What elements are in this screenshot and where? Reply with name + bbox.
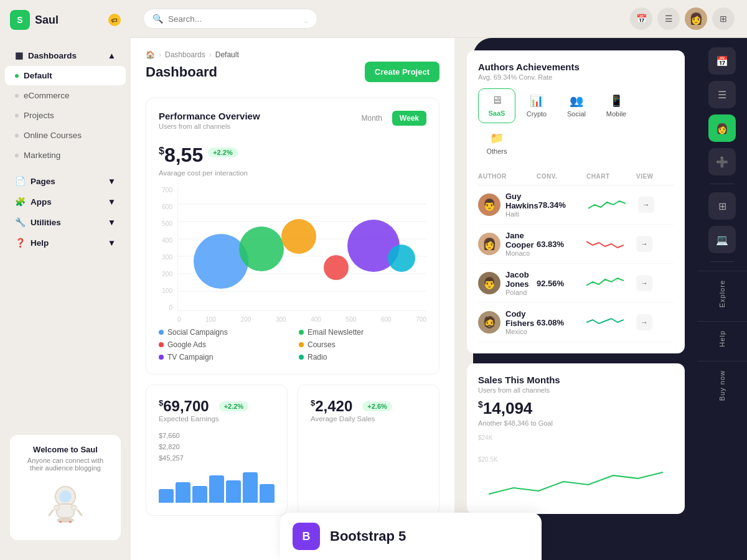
author-view-3[interactable]: → xyxy=(636,275,652,291)
header-row: 🏠 › Dashboards › Default Dashboard Creat… xyxy=(146,50,439,93)
y-axis: 7006005004003002001000 xyxy=(159,187,177,311)
author-chart-2 xyxy=(586,236,624,251)
create-project-button[interactable]: Create Project xyxy=(365,62,439,82)
author-view-4[interactable]: → xyxy=(636,314,652,330)
sidebar-item-ecommerce[interactable]: eCommerce xyxy=(5,86,126,105)
tab-social[interactable]: 👥 Social xyxy=(558,88,595,123)
tab-others[interactable]: 📁 Others xyxy=(478,126,515,161)
nav-pages-section: 📄 Pages ▼ 🧩 Apps ▼ 🔧 Utilities ▼ ❓ Help … xyxy=(0,168,131,256)
search-input[interactable] xyxy=(168,14,299,24)
rs-help-label: Help xyxy=(718,327,726,351)
content-wrapper: 🏠 › Dashboards › Default Dashboard Creat… xyxy=(131,38,747,560)
legend-courses: Courses xyxy=(299,340,426,349)
period-month-tab[interactable]: Month xyxy=(354,111,390,126)
authors-title: Authors Achievements xyxy=(478,62,580,72)
author-view-1[interactable]: → xyxy=(638,197,654,213)
author-details-4: Cody Fishers Mexico xyxy=(505,309,537,335)
author-row-3: 👨 Jacob Jones Poland 92.56% → xyxy=(478,264,674,303)
topbar-calendar-btn[interactable]: 📅 xyxy=(630,7,652,30)
others-icon: 📁 xyxy=(490,131,504,145)
legend-dot-email xyxy=(299,330,304,335)
breadcrumb: 🏠 › Dashboards › Default xyxy=(146,50,239,59)
tab-mobile[interactable]: 📱 Mobile xyxy=(598,88,635,123)
nav-apps[interactable]: 🧩 Apps ▼ xyxy=(5,192,126,212)
nav-dashboards[interactable]: ▦ Dashboards ▲ xyxy=(5,45,126,65)
bar xyxy=(159,489,174,503)
nav-pages[interactable]: 📄 Pages ▼ xyxy=(5,171,126,191)
bootstrap-text: Bootstrap 5 xyxy=(330,528,406,544)
main-area: 🔍 _ 📅 ☰ 👩 ⊞ xyxy=(131,0,747,560)
sidebar-item-projects[interactable]: Projects xyxy=(5,106,126,125)
breadcrumb-home-icon: 🏠 xyxy=(146,50,155,59)
author-country-3: Poland xyxy=(505,289,537,296)
breadcrumb-sep1: › xyxy=(159,50,161,59)
topbar-menu-btn[interactable]: ☰ xyxy=(657,7,680,30)
legend-label-email: Email Newsletter xyxy=(308,328,364,337)
svg-point-15 xyxy=(239,226,284,271)
rs-explore-section: Explore xyxy=(697,271,747,316)
author-conv-2: 63.83% xyxy=(537,240,586,249)
legend-social-campaigns: Social Campaigns xyxy=(159,328,286,337)
chevron-icon: ▼ xyxy=(108,218,116,227)
bar xyxy=(209,475,224,503)
performance-title: Performance Overview xyxy=(159,111,260,121)
topbar-avatar[interactable]: 👩 xyxy=(685,7,707,30)
author-name-4: Cody Fishers xyxy=(505,309,537,328)
nav-help[interactable]: ❓ Help ▼ xyxy=(5,233,126,253)
rs-menu-btn[interactable]: ☰ xyxy=(708,81,736,108)
rs-add-btn[interactable]: ➕ xyxy=(708,148,736,175)
rs-calendar-btn[interactable]: 📅 xyxy=(708,47,736,75)
sidebar-item-marketing[interactable]: Marketing xyxy=(5,146,126,165)
rs-divider1 xyxy=(710,184,735,184)
chevron-icon: ▲ xyxy=(108,51,116,60)
daily-sales-value: $2,420 xyxy=(311,398,352,415)
chart-legend: Social Campaigns Email Newsletter Google… xyxy=(159,328,426,362)
astronaut-illustration xyxy=(40,478,90,528)
rs-code-btn[interactable]: 💻 xyxy=(708,226,736,253)
earnings-list: $7,660 $2,820 $45,257 xyxy=(159,430,275,464)
author-avatar-1: 👨 xyxy=(478,194,500,216)
rs-avatar-btn[interactable]: 👩 xyxy=(708,114,736,142)
daily-sales-value-row: $2,420 +2.6% xyxy=(311,398,426,415)
period-tabs: Month Week xyxy=(354,111,427,126)
legend-email: Email Newsletter xyxy=(299,328,426,337)
svg-line-5 xyxy=(49,510,53,515)
legend-label-radio: Radio xyxy=(308,353,327,362)
sidebar-item-online-courses[interactable]: Online Courses xyxy=(5,126,126,145)
legend-label-tv: TV Campaign xyxy=(167,353,213,362)
bar xyxy=(226,480,241,503)
metric-value-row: $8,55 +2.2% xyxy=(159,136,426,168)
authors-card: Authors Achievements Avg. 69.34% Conv. R… xyxy=(467,50,685,353)
earnings-badge: +2.2% xyxy=(219,401,249,411)
topbar-grid-btn[interactable]: ⊞ xyxy=(712,7,735,30)
nav-utilities[interactable]: 🔧 Utilities ▼ xyxy=(5,212,126,232)
sales-chart xyxy=(478,463,674,500)
tab-crypto[interactable]: 📊 Crypto xyxy=(518,88,555,123)
topbar: 🔍 _ 📅 ☰ 👩 ⊞ xyxy=(131,0,747,38)
breadcrumb-dashboards[interactable]: Dashboards xyxy=(165,50,205,59)
author-details-1: Guy Hawkins Haiti xyxy=(505,192,538,218)
sales-value: $14,094 xyxy=(478,399,674,418)
author-conv-1: 78.34% xyxy=(538,200,588,210)
bar xyxy=(260,484,275,503)
performance-badge: +2.2% xyxy=(208,147,238,157)
svg-line-6 xyxy=(78,510,82,515)
earnings-row1-value: $7,660 xyxy=(159,432,180,439)
author-country-1: Haiti xyxy=(505,210,538,218)
authors-table-header: AUTHOR CONV. CHART VIEW xyxy=(478,170,674,185)
search-box[interactable]: 🔍 _ xyxy=(143,9,317,29)
authors-header: Authors Achievements Avg. 69.34% Conv. R… xyxy=(478,62,674,81)
sidebar-item-default[interactable]: Default xyxy=(5,66,126,85)
author-view-2[interactable]: → xyxy=(636,236,652,252)
authors-subtitle: Avg. 69.34% Conv. Rate xyxy=(478,73,580,81)
chevron-icon: ▼ xyxy=(108,238,116,248)
tab-saas[interactable]: 🖥 SaaS xyxy=(478,88,515,123)
earnings-row1: $7,660 xyxy=(159,430,275,441)
period-week-tab[interactable]: Week xyxy=(392,111,426,126)
author-row-4: 🧔 Cody Fishers Mexico 63.08% → xyxy=(478,303,674,342)
author-row-1: 👨 Guy Hawkins Haiti 78.34% → xyxy=(478,185,674,225)
rs-grid-btn[interactable]: ⊞ xyxy=(708,192,736,220)
sales-goal: Another $48,346 to Goal xyxy=(478,419,674,427)
legend-dot-radio xyxy=(299,355,304,360)
authors-tabs: 🖥 SaaS 📊 Crypto 👥 Social xyxy=(478,88,674,161)
